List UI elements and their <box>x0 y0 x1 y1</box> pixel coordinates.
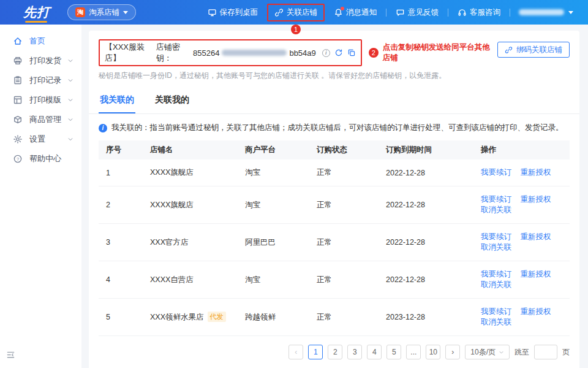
page-button-4[interactable]: 4 <box>367 345 382 359</box>
unlink-link[interactable]: 取消关联 <box>481 280 511 289</box>
taobao-icon: 淘 <box>75 7 85 17</box>
sidebar-item-print-records[interactable]: 打印记录 <box>0 71 81 90</box>
shop-key-suffix: bb54a9 <box>289 48 315 58</box>
table-row: 5 XXX领鲜水果店代发 跨越领鲜 正常 2023-12-28 我要续订 重新授… <box>99 299 570 336</box>
shop-key-prefix: 855264 <box>193 48 219 58</box>
table-row: 2 XXXX旗舰店 淘宝 正常 2022-12-28 我要续订 重新授权 取消关… <box>99 186 570 224</box>
page-button-10[interactable]: 10 <box>426 345 440 359</box>
save-to-desktop-button[interactable]: 保存到桌面 <box>201 7 265 18</box>
sidebar-item-goods[interactable]: 商品管理 <box>0 110 81 129</box>
unlink-link[interactable]: 取消关联 <box>481 205 511 214</box>
cell-actions: 我要续订 重新授权 取消关联 <box>473 224 570 261</box>
sidebar-item-home[interactable]: 首页 <box>0 31 81 51</box>
cell-status: 正常 <box>309 186 379 224</box>
bind-code-link-shop-button[interactable]: 绑码关联店铺 <box>497 42 570 58</box>
account-name-masked <box>519 9 564 15</box>
page-button-1[interactable]: 1 <box>308 345 323 359</box>
chevron-down-icon <box>67 135 74 144</box>
unlink-link[interactable]: 取消关联 <box>481 243 511 251</box>
association-tabs: 我关联的 关联我的 <box>89 91 579 114</box>
cell-actions: 我要续订 重新授权 取消关联 <box>473 261 570 299</box>
renew-link[interactable]: 我要续订 <box>481 270 511 278</box>
tab-my-associations[interactable]: 我关联的 <box>99 91 135 113</box>
jump-label: 跳至 <box>514 347 529 358</box>
shop-name: 【XXX服装店】 <box>105 42 155 64</box>
page-button-3[interactable]: 3 <box>347 345 362 359</box>
comment-icon <box>396 8 405 17</box>
cell-expire: 2023-12-28 <box>379 299 473 336</box>
table-row: 4 XXXX自营店 淘宝 正常 2022-12-28 我要续订 重新授权 取消关… <box>99 261 570 299</box>
cell-expire: 2022-12-28 <box>379 159 473 186</box>
shop-key-box: 【XXX服装店】 店铺密钥： 855264 bb54a9 i <box>99 39 362 66</box>
cell-no: 5 <box>99 299 143 336</box>
reauthorize-link[interactable]: 重新授权 <box>520 307 551 316</box>
main-content: 【XXX服装店】 店铺密钥： 855264 bb54a9 i 2 点击复制秘钥发… <box>81 25 588 368</box>
cell-shop-name: XXXX旗舰店 <box>143 159 238 186</box>
cell-actions: 我要续订 重新授权 取消关联 <box>473 186 570 224</box>
home-icon <box>13 36 23 46</box>
annotation-step-1: 1 <box>291 25 301 34</box>
renew-link[interactable]: 我要续订 <box>481 168 511 177</box>
table-row: 1 XXXX旗舰店 淘宝 正常 2022-12-28 我要续订 重新授权 <box>99 159 570 186</box>
shop-association-card: 【XXX服装店】 店铺密钥： 855264 bb54a9 i 2 点击复制秘钥发… <box>89 31 579 368</box>
top-nav: 保存到桌面 关联店铺 1 消息通知 意见反馈 客服咨询 <box>201 4 580 21</box>
cell-shop-name: XXX官方店 <box>143 224 238 261</box>
chevron-down-icon <box>67 56 74 66</box>
cell-no: 4 <box>99 261 143 299</box>
cell-shop-name: XXXX旗舰店 <box>143 186 238 224</box>
renew-link[interactable]: 我要续订 <box>481 307 511 316</box>
sidebar-item-settings[interactable]: 设置 <box>0 129 81 149</box>
shop-type-selector[interactable]: 淘 淘系店铺 <box>67 4 136 20</box>
info-icon[interactable]: i <box>322 49 330 57</box>
next-page-button[interactable]: › <box>445 345 460 359</box>
feedback-button[interactable]: 意见反馈 <box>389 7 445 18</box>
sidebar-item-print-templates[interactable]: 打印模版 <box>0 90 81 110</box>
info-filled-icon: i <box>99 124 107 132</box>
notifications-button[interactable]: 消息通知 <box>327 7 383 18</box>
sidebar-item-print-ship[interactable]: 打印发货 <box>0 51 81 71</box>
cell-actions: 我要续订 重新授权 取消关联 <box>473 299 570 336</box>
link-icon <box>274 8 284 17</box>
divider <box>448 9 448 17</box>
reauthorize-link[interactable]: 重新授权 <box>520 168 551 177</box>
chevron-down-icon <box>67 76 74 85</box>
col-no: 序号 <box>99 140 143 159</box>
notification-dot <box>341 7 344 10</box>
cell-status: 正常 <box>309 159 379 186</box>
page-button-2[interactable]: 2 <box>328 345 342 359</box>
renew-link[interactable]: 我要续订 <box>481 232 511 241</box>
link-shop-button[interactable]: 关联店铺 1 <box>267 4 325 21</box>
cell-expire: 2022-12-28 <box>379 261 473 299</box>
col-platform: 商户平台 <box>238 140 309 159</box>
prev-page-button[interactable]: ‹ <box>288 345 303 359</box>
page-size-select[interactable]: 10条/页 <box>465 345 510 359</box>
page-ellipsis[interactable]: ... <box>406 345 421 359</box>
reauthorize-link[interactable]: 重新授权 <box>520 232 551 241</box>
shop-key-note: 秘钥是店铺唯一身份ID，通过秘钥，其他账号可与您的店铺进行关联 。请保管好您的店… <box>99 71 497 81</box>
cell-platform: 跨越领鲜 <box>238 299 309 336</box>
account-menu[interactable] <box>513 9 579 15</box>
cell-status: 正常 <box>309 224 379 261</box>
refresh-key-icon[interactable] <box>334 48 343 57</box>
unlink-link[interactable]: 取消关联 <box>481 318 511 326</box>
renew-link[interactable]: 我要续订 <box>481 195 511 204</box>
link-icon <box>505 46 513 54</box>
jump-page-input[interactable] <box>534 345 557 359</box>
sidebar-item-help[interactable]: ? 帮助中心 <box>0 149 81 169</box>
reauthorize-link[interactable]: 重新授权 <box>520 195 551 204</box>
chevron-down-icon <box>67 96 74 105</box>
collapse-sidebar-button[interactable] <box>6 350 15 362</box>
chevron-down-icon <box>67 115 74 125</box>
reauthorize-link[interactable]: 重新授权 <box>520 270 551 278</box>
cell-shop-name: XXXX自营店 <box>143 261 238 299</box>
copy-key-icon[interactable] <box>347 48 356 57</box>
clipboard-icon <box>13 75 23 85</box>
collapse-sidebar-icon <box>6 350 15 359</box>
cell-expire: 2022-12-28 <box>379 186 473 224</box>
page-button-5[interactable]: 5 <box>386 345 401 359</box>
col-status: 订购状态 <box>309 140 379 159</box>
shop-key-section: 【XXX服装店】 店铺密钥： 855264 bb54a9 i 2 点击复制秘钥发… <box>99 39 570 81</box>
tab-associated-with-me[interactable]: 关联我的 <box>154 91 190 113</box>
app-logo[interactable]: 先打 <box>23 4 50 21</box>
support-button[interactable]: 客服咨询 <box>451 7 507 18</box>
